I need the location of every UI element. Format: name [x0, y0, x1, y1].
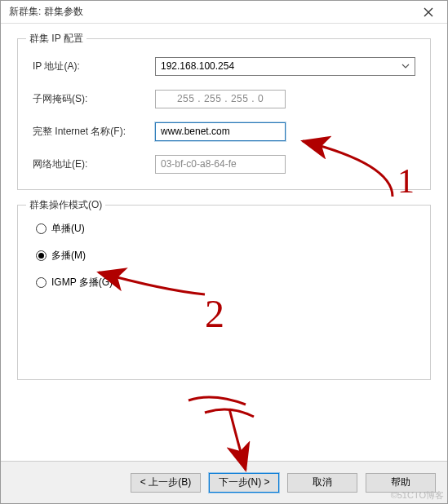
- row-fqdn: 完整 Internet 名称(F):: [33, 121, 415, 142]
- row-net-address: 网络地址(E): 03-bf-c0-a8-64-fe: [33, 153, 415, 175]
- radio-icon: [36, 277, 47, 288]
- ip-address-value: 192.168.100.254: [161, 60, 234, 72]
- label-fqdn: 完整 Internet 名称(F):: [33, 125, 155, 139]
- label-ip-address: IP 地址(A):: [33, 60, 155, 73]
- fqdn-input-field[interactable]: [161, 126, 280, 137]
- next-button[interactable]: 下一步(N) >: [209, 473, 279, 493]
- group-ip-config: 群集 IP 配置 IP 地址(A): 192.168.100.254 子网掩码(…: [17, 38, 431, 190]
- window-title: 新群集: 群集参数: [9, 5, 83, 19]
- row-subnet: 子网掩码(S): 255 . 255 . 255 . 0: [33, 88, 415, 109]
- row-ip: IP 地址(A): 192.168.100.254: [33, 55, 415, 77]
- group-ip-legend: 群集 IP 配置: [26, 32, 86, 46]
- label-net-address: 网络地址(E):: [33, 157, 155, 171]
- help-button[interactable]: 帮助: [366, 473, 436, 493]
- subnet-mask-value: 255 . 255 . 255 . 0: [177, 93, 264, 104]
- radio-icon: [36, 250, 47, 261]
- radio-icon: [36, 223, 47, 234]
- radio-unicast[interactable]: 单播(U): [33, 222, 415, 236]
- titlebar: 新群集: 群集参数: [1, 1, 447, 24]
- chevron-down-icon: [398, 59, 413, 73]
- net-address-field: 03-bf-c0-a8-64-fe: [155, 155, 286, 174]
- label-subnet-mask: 子网掩码(S):: [33, 92, 155, 106]
- group-mode-legend: 群集操作模式(O): [26, 198, 105, 212]
- dialog-body: 群集 IP 配置 IP 地址(A): 192.168.100.254 子网掩码(…: [1, 24, 447, 403]
- fqdn-input[interactable]: [155, 122, 286, 141]
- cancel-button[interactable]: 取消: [287, 473, 357, 493]
- radio-igmp[interactable]: IGMP 多播(G): [33, 276, 415, 290]
- radio-unicast-label: 单播(U): [51, 222, 85, 236]
- back-button[interactable]: < 上一步(B): [131, 473, 201, 493]
- group-mode: 群集操作模式(O) 单播(U) 多播(M) IGMP 多播(G): [17, 205, 431, 380]
- ip-address-dropdown[interactable]: 192.168.100.254: [155, 57, 415, 76]
- radio-multicast-label: 多播(M): [51, 249, 86, 263]
- subnet-mask-field: 255 . 255 . 255 . 0: [155, 90, 286, 108]
- radio-multicast[interactable]: 多播(M): [33, 249, 415, 263]
- net-address-value: 03-bf-c0-a8-64-fe: [161, 158, 237, 170]
- close-icon[interactable]: [415, 3, 442, 21]
- radio-igmp-label: IGMP 多播(G): [51, 276, 113, 290]
- dialog-footer: < 上一步(B) 下一步(N) > 取消 帮助: [1, 461, 447, 503]
